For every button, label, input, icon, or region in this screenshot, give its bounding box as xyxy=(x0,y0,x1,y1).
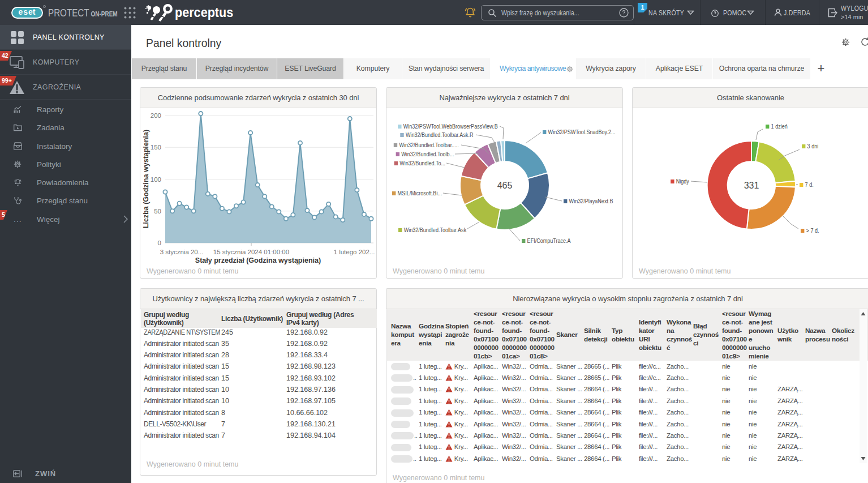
svg-text:15 stycznia 2024 01:00:00: 15 stycznia 2024 01:00:00 xyxy=(213,249,289,255)
svg-text:1 lutego 202...: 1 lutego 202... xyxy=(334,249,375,255)
svg-text:331: 331 xyxy=(744,181,759,190)
svg-text:100: 100 xyxy=(151,176,161,183)
svg-text:465: 465 xyxy=(497,181,513,190)
svg-text:50: 50 xyxy=(154,208,161,215)
svg-text:Stały przedział (Godzina wystą: Stały przedział (Godzina wystąpienia) xyxy=(195,257,321,264)
svg-text:Liczba (Godzina wystąpienia): Liczba (Godzina wystąpienia) xyxy=(142,130,150,228)
svg-text:200: 200 xyxy=(151,112,161,119)
svg-text:150: 150 xyxy=(151,144,161,151)
svg-text:0: 0 xyxy=(158,240,161,246)
svg-text:3 stycznia 20...: 3 stycznia 20... xyxy=(160,249,204,255)
